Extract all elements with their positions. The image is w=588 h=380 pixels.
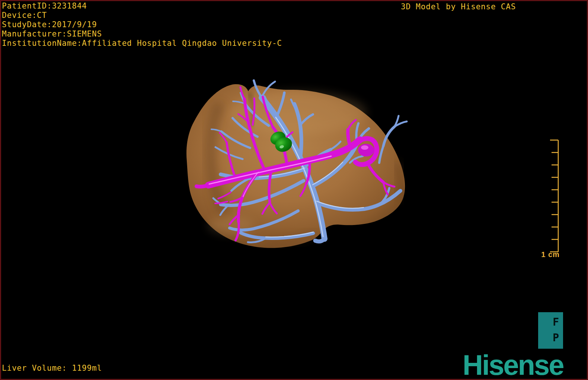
watermark-title: 3D Model by Hisense CAS [401,2,516,11]
scale-bar-label: 1 cm [539,250,562,259]
orientation-bottom-label: P [553,333,559,343]
liver-volume-readout: Liver Volume: 1199ml [2,364,102,373]
scale-bar-ticks [550,140,558,252]
scale-bar [540,137,563,255]
orientation-marker: F P [538,312,563,349]
patient-info: PatientID:3231844 Device:CT StudyDate:20… [2,1,282,48]
orientation-top-label: F [553,317,559,327]
3d-viewport[interactable]: PatientID:3231844 Device:CT StudyDate:20… [0,0,588,380]
patient-id: PatientID:3231844 [2,1,282,11]
study-date: StudyDate:2017/9/19 [2,20,282,29]
manufacturer: Manufacturer:SIEMENS [2,29,282,39]
institution-name: InstitutionName:Affiliated Hospital Qing… [2,39,282,48]
liver-3d-model [175,69,413,255]
hisense-logo: Hisense [463,349,563,380]
device: Device:CT [2,11,282,20]
